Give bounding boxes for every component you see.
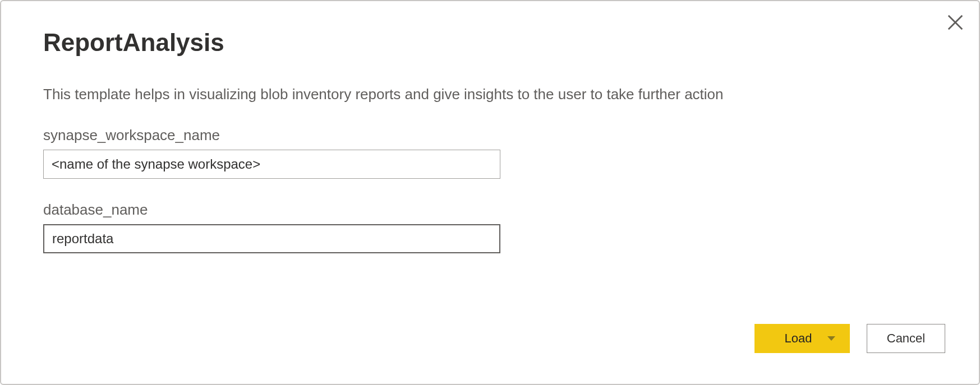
dialog-description: This template helps in visualizing blob … (43, 85, 937, 104)
synapse-workspace-name-input[interactable] (43, 150, 500, 179)
load-button-label: Load (785, 331, 812, 346)
template-parameter-dialog: ReportAnalysis This template helps in vi… (0, 0, 980, 385)
load-button[interactable]: Load (754, 324, 850, 353)
close-icon (947, 15, 963, 30)
chevron-down-icon (827, 336, 835, 341)
database-name-input[interactable] (43, 224, 500, 253)
cancel-button[interactable]: Cancel (867, 324, 945, 353)
close-button[interactable] (944, 11, 967, 34)
field-database-name: database_name (43, 201, 937, 253)
dialog-footer: Load Cancel (754, 324, 945, 353)
cancel-button-label: Cancel (887, 331, 925, 346)
field-synapse-workspace-name: synapse_workspace_name (43, 127, 937, 179)
synapse-workspace-name-label: synapse_workspace_name (43, 127, 937, 144)
dialog-title: ReportAnalysis (43, 29, 937, 56)
database-name-label: database_name (43, 201, 937, 219)
